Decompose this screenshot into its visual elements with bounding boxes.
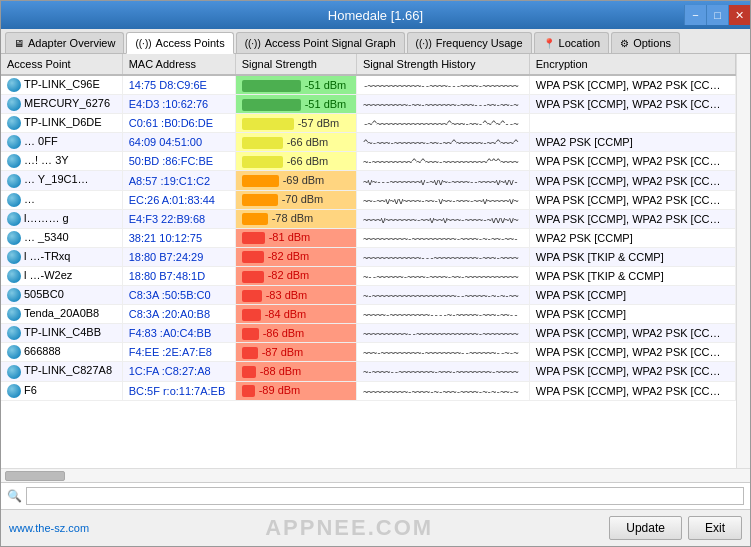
cell-signal-strength: -89 dBm [235, 381, 356, 400]
col-access-point[interactable]: Access Point [1, 54, 122, 75]
cell-signal-strength: -82 dBm [235, 266, 356, 285]
table-row[interactable]: 505BC0C8:3A :50:5B:C0-83 dBm~-~~~~~~~~~~… [1, 286, 736, 305]
cell-signal-history: ~~~~~~~~~~-~~~~~~~~~~-~~~~-~-~~-~~- [356, 228, 529, 247]
tab-location-label: Location [559, 37, 601, 49]
cell-encryption: WPA PSK [CCMP], WPA2 PSK [CCMP] [529, 75, 735, 95]
cell-access-point: TP-LINK_D6DE [1, 114, 122, 133]
cell-signal-history: ~~-~~v~vv~~~~-~~-v~~-~~~-~~v~~~~~v~ [356, 190, 529, 209]
exit-button[interactable]: Exit [688, 516, 742, 540]
cell-signal-strength: -78 dBm [235, 209, 356, 228]
table-row[interactable]: MERCURY_6276E4:D3 :10:62:76-51 dBm~~~~~~… [1, 95, 736, 114]
location-icon: 📍 [543, 38, 555, 49]
cell-signal-strength: -51 dBm [235, 95, 356, 114]
tab-adapter-overview[interactable]: 🖥 Adapter Overview [5, 32, 124, 53]
tab-signal-graph[interactable]: ((·)) Access Point Signal Graph [236, 32, 405, 53]
cell-encryption: WPA2 PSK [CCMP] [529, 133, 735, 152]
table-row[interactable]: l……… gE4:F3 22:B9:68-78 dBm~~~~v~~~~~~~-… [1, 209, 736, 228]
tab-options[interactable]: ⚙ Options [611, 32, 680, 53]
cell-signal-strength: -70 dBm [235, 190, 356, 209]
cell-mac-address: C8:3A :50:5B:C0 [122, 286, 235, 305]
cell-signal-strength: -83 dBm [235, 286, 356, 305]
cell-access-point: l……… g [1, 209, 122, 228]
cell-mac-address: 18:80 B7:24:29 [122, 247, 235, 266]
table-row[interactable]: … 0FF64:09 04:51:00-66 dBm^~-~~~-~~~~~~~… [1, 133, 736, 152]
minimize-button[interactable]: − [684, 5, 706, 25]
col-encryption[interactable]: Encryption [529, 54, 735, 75]
tab-access-points-label: Access Points [156, 37, 225, 49]
cell-signal-history: ~-~~~~--~~~~~~~~-~~~-~~~~~~~~-~~~~~ [356, 362, 529, 381]
cell-access-point: l …-TRxq [1, 247, 122, 266]
access-points-icon: ((·)) [135, 38, 151, 49]
vertical-scrollbar[interactable] [736, 54, 750, 468]
cell-mac-address: A8:57 :19:C1:C2 [122, 171, 235, 190]
cell-signal-strength: -87 dBm [235, 343, 356, 362]
cell-encryption: WPA PSK [TKIP & CCMP] [529, 247, 735, 266]
tab-bar: 🖥 Adapter Overview ((·)) Access Points (… [1, 29, 750, 54]
cell-access-point: 505BC0 [1, 286, 122, 305]
tab-frequency-usage[interactable]: ((·)) Frequency Usage [407, 32, 532, 53]
cell-signal-history: ~~~~v~~~~~~~-~~v~~v~~~-~~~~-~vvv~v~ [356, 209, 529, 228]
table-container[interactable]: Access Point MAC Address Signal Strength… [1, 54, 736, 468]
horizontal-scrollbar[interactable] [1, 468, 750, 482]
cell-mac-address: BC:5F r:o:11:7A:EB [122, 381, 235, 400]
cell-signal-history: ~v~---~~~~~~~v-~vv~-~~~~--~~~~v~vv- [356, 171, 529, 190]
cell-encryption [529, 114, 735, 133]
cell-mac-address: 64:09 04:51:00 [122, 133, 235, 152]
cell-signal-history: -~^~~~~~~~~~~~~~~~~^~~~-~~-^~^~^--~ [356, 114, 529, 133]
cell-access-point: … Y_19C1… [1, 171, 122, 190]
cell-access-point: Tenda_20A0B8 [1, 305, 122, 324]
table-row[interactable]: TP-LINK_C4BBF4:83 :A0:C4:BB-86 dBm~~~~~~… [1, 324, 736, 343]
table-row[interactable]: TP-LINK_C827A81C:FA :C8:27:A8-88 dBm~-~~… [1, 362, 736, 381]
update-button[interactable]: Update [609, 516, 682, 540]
cell-encryption: WPA PSK [TKIP & CCMP] [529, 266, 735, 285]
cell-access-point: F6 [1, 381, 122, 400]
cell-signal-strength: -82 dBm [235, 247, 356, 266]
close-button[interactable]: ✕ [728, 5, 750, 25]
cell-signal-history: ~~~~~~~~~~-~~~~-~-~~~-~~~~-~-~-~~-~ [356, 381, 529, 400]
cell-signal-strength: -81 dBm [235, 228, 356, 247]
table-row[interactable]: …! … 3Y50:BD :86:FC:BE-66 dBm~-~~~~~~~~~… [1, 152, 736, 171]
search-input[interactable] [26, 487, 744, 505]
main-content: Access Point MAC Address Signal Strength… [1, 54, 750, 509]
bottom-buttons: Update Exit [609, 516, 742, 540]
cell-access-point: TP-LINK_C827A8 [1, 362, 122, 381]
cell-encryption: WPA2 PSK [CCMP] [529, 228, 735, 247]
table-row[interactable]: F6BC:5F r:o:11:7A:EB-89 dBm~~~~~~~~~~-~~… [1, 381, 736, 400]
cell-signal-strength: -88 dBm [235, 362, 356, 381]
tab-signal-graph-label: Access Point Signal Graph [265, 37, 396, 49]
col-signal-strength[interactable]: Signal Strength [235, 54, 356, 75]
cell-signal-strength: -84 dBm [235, 305, 356, 324]
table-row[interactable]: 666888F4:EE :2E:A7:E8-87 dBm~~~-~~~~~~~~… [1, 343, 736, 362]
title-bar: Homedale [1.66] − □ ✕ [1, 1, 750, 29]
tab-location[interactable]: 📍 Location [534, 32, 610, 53]
maximize-button[interactable]: □ [706, 5, 728, 25]
freq-icon: ((·)) [416, 38, 432, 49]
cell-signal-history: ~~~~~~~~~~-~~-~~~~~~~-~~~---~~-~~-~ [356, 95, 529, 114]
cell-encryption: WPA PSK [CCMP], WPA2 PSK [CCMP] [529, 171, 735, 190]
table-row[interactable]: l …-W2ez18:80 B7:48:1D-82 dBm~--~~~~~~-~… [1, 266, 736, 285]
cell-signal-history: ^~-~~~-~~~~~~~-~~-~~^~~~~~~-~~^~~~^ [356, 133, 529, 152]
col-mac-address[interactable]: MAC Address [122, 54, 235, 75]
table-row[interactable]: …EC:26 A:01:83:44-70 dBm~~-~~v~vv~~~~-~~… [1, 190, 736, 209]
watermark: APPNEE.COM [265, 515, 433, 541]
table-row[interactable]: … _534038:21 10:12:75-81 dBm~~~~~~~~~~-~… [1, 228, 736, 247]
cell-encryption: WPA PSK [CCMP] [529, 305, 735, 324]
cell-mac-address: 14:75 D8:C9:6E [122, 75, 235, 95]
window-controls: − □ ✕ [684, 5, 750, 25]
cell-encryption: WPA PSK [CCMP], WPA2 PSK [CCMP] [529, 190, 735, 209]
cell-mac-address: E4:D3 :10:62:76 [122, 95, 235, 114]
table-row[interactable]: TP-LINK_C96E14:75 D8:C9:6E-51 dBm-~~~~~~… [1, 75, 736, 95]
cell-access-point: 666888 [1, 343, 122, 362]
cell-encryption: WPA PSK [CCMP], WPA2 PSK [CCMP] [529, 343, 735, 362]
table-row[interactable]: … Y_19C1…A8:57 :19:C1:C2-69 dBm~v~---~~~… [1, 171, 736, 190]
table-row[interactable]: Tenda_20A0B8C8:3A :20:A0:B8-84 dBm~~~~~-… [1, 305, 736, 324]
table-row[interactable]: l …-TRxq18:80 B7:24:29-82 dBm~~~~~~~~~~~… [1, 247, 736, 266]
table-row[interactable]: TP-LINK_D6DEC0:61 :B0:D6:DE-57 dBm-~^~~~… [1, 114, 736, 133]
cell-access-point: l …-W2ez [1, 266, 122, 285]
adapter-icon: 🖥 [14, 38, 24, 49]
horiz-scroll-thumb[interactable] [5, 471, 65, 481]
tab-access-points[interactable]: ((·)) Access Points [126, 32, 233, 54]
col-signal-history[interactable]: Signal Strength History [356, 54, 529, 75]
cell-access-point: … _5340 [1, 228, 122, 247]
website-link[interactable]: www.the-sz.com [9, 522, 89, 534]
